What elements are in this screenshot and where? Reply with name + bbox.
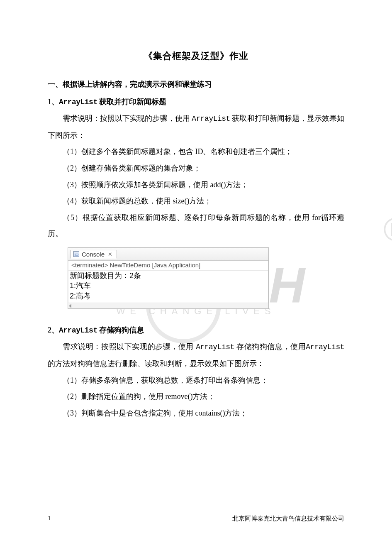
console-status-line: <terminated> NewTitleDemo [Java Applicat… — [68, 261, 268, 271]
q2-step-3: （3）判断集合中是否包含指定狗，使用 contains()方法； — [48, 405, 344, 422]
close-icon: ✕ — [108, 251, 112, 257]
q2-desc-code2: ArrayList — [306, 343, 344, 351]
console-line: 1:汽车 — [70, 281, 267, 291]
console-tab-bar: ▭ Console ✕ — [68, 248, 268, 261]
q1-suffix: 获取并打印新闻标题 — [97, 98, 167, 106]
q2-desc-a: 需求说明：按照以下实现的步骤，使用 — [63, 342, 196, 351]
document-title: 《集合框架及泛型》作业 — [48, 50, 344, 62]
q1-desc-code: ArrayList — [192, 115, 230, 123]
console-icon: ▭ — [73, 251, 79, 257]
q2-step-1: （1）存储多条狗信息，获取狗总数，逐条打印出各条狗信息； — [48, 372, 344, 389]
q1-step-5: （5）根据位置获取相应新闻标题、逐条打印每条新闻标题的名称，使用 for循环遍历… — [48, 210, 344, 242]
question-2-heading: 2、ArrayList 存储狗狗信息 — [48, 322, 344, 339]
q1-prefix: 1、 — [48, 98, 59, 106]
q2-desc-b: 存储狗狗信息，使用 — [234, 342, 306, 351]
console-line: 2:高考 — [70, 291, 267, 301]
q2-code: ArrayList — [59, 326, 97, 335]
q1-code: ArrayList — [59, 98, 97, 106]
watermark-registered: ® — [383, 210, 392, 249]
console-scrollbar — [68, 303, 268, 308]
console-output: 新闻标题数目为：2条 1:汽车 2:高考 — [68, 271, 268, 303]
footer-company: 北京阿博泰克北大青鸟信息技术有限公司 — [232, 515, 344, 523]
q2-prefix: 2、 — [48, 326, 59, 334]
q1-step-4: （4）获取新闻标题的总数，使用 size()方法； — [48, 193, 344, 210]
page-number: 1 — [48, 515, 51, 523]
q1-desc-a: 需求说明：按照以下实现的步骤，使用 — [63, 114, 192, 122]
q2-desc-c: 的方法对狗狗信息进行删除、读取和判断，显示效果如下图所示： — [48, 359, 264, 368]
q2-suffix: 存储狗狗信息 — [97, 326, 144, 334]
section-1-heading: 一、根据课上讲解内容，完成演示示例和课堂练习 — [48, 76, 344, 93]
console-tab-label: Console — [82, 251, 105, 258]
q2-step-2: （2）删除指定位置的狗，使用 remove()方法； — [48, 389, 344, 405]
page-footer: 1 北京阿博泰克北大青鸟信息技术有限公司 — [48, 515, 344, 523]
console-screenshot: ▭ Console ✕ <terminated> NewTitleDemo [J… — [68, 247, 344, 309]
question-1-heading: 1、ArrayList 获取并打印新闻标题 — [48, 94, 344, 111]
q1-step-3: （3）按照顺序依次添加各类新闻标题，使用 add()方法； — [48, 177, 344, 193]
q1-step-1: （1）创建多个各类新闻标题对象，包含 ID、名称和创建者三个属性； — [48, 144, 344, 160]
console-line: 新闻标题数目为：2条 — [70, 271, 267, 281]
q2-description: 需求说明：按照以下实现的步骤，使用 ArrayList 存储狗狗信息，使用Arr… — [48, 339, 344, 372]
q2-desc-code1: ArrayList — [196, 343, 234, 351]
q1-step-2: （2）创建存储各类新闻标题的集合对象； — [48, 160, 344, 177]
q1-description: 需求说明：按照以下实现的步骤，使用 ArrayList 获取和打印新闻标题，显示… — [48, 110, 344, 144]
